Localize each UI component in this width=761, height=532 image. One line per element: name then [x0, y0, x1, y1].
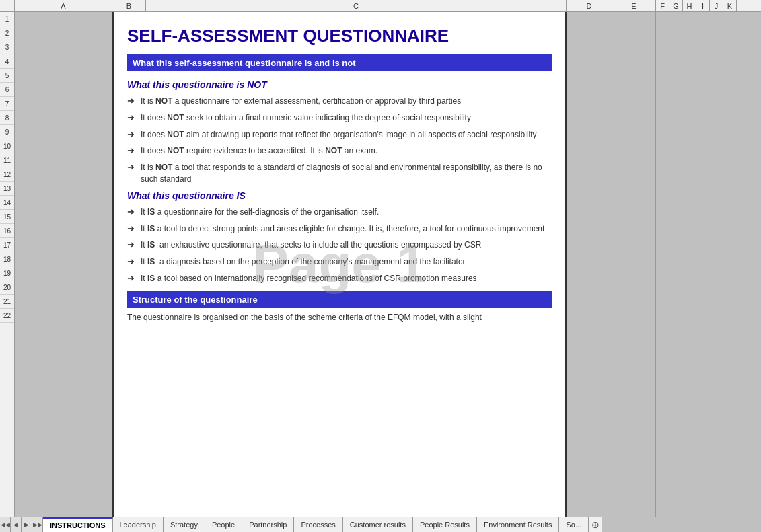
section1-header: What this self-assessment questionnaire … — [127, 54, 552, 71]
col-e-gray — [612, 12, 656, 517]
tab-bar: ◀◀ ◀ ▶ ▶▶ INSTRUCTIONS Leadership Strate… — [0, 517, 761, 532]
bullet-not-2-text: It does NOT seek to obtain a final numer… — [141, 112, 552, 124]
bullet-is-2-text: It IS a tool to detect strong points and… — [141, 223, 552, 235]
section2-header: Structure of the questionnaire — [127, 291, 552, 308]
section2-text: The questionnaire is organised on the ba… — [127, 312, 552, 324]
arrow-icon-3: ➜ — [127, 129, 137, 139]
arrow-icon-6: ➜ — [127, 206, 137, 217]
arrow-icon-9: ➜ — [127, 256, 137, 266]
subtitle-not: What this questionnaire is NOT — [127, 79, 552, 90]
tab-nav-prev[interactable]: ◀ — [11, 517, 22, 532]
row-num-7: 7 — [0, 97, 14, 111]
tab-nav-first[interactable]: ◀◀ — [0, 517, 11, 532]
row-num-9: 9 — [0, 125, 14, 139]
tab-spacer — [602, 517, 761, 532]
document-title: SELF-ASSESSMENT QUESTIONNAIRE — [127, 26, 552, 46]
bullet-not-3: ➜ It does NOT aim at drawing up reports … — [127, 129, 552, 141]
bullet-is-3: ➜ It IS an exhaustive questionnaire, tha… — [127, 239, 552, 251]
tab-environment-results[interactable]: Environment Results — [477, 517, 560, 532]
arrow-icon-8: ➜ — [127, 239, 137, 250]
arrow-icon-4: ➜ — [127, 145, 137, 155]
col-header-c: C — [146, 0, 567, 11]
bullet-is-3-text: It IS an exhaustive questionnaire, that … — [141, 239, 552, 251]
col-header-i: I — [696, 0, 710, 11]
right-gray-columns — [567, 12, 761, 517]
row-num-13: 13 — [0, 182, 14, 196]
col-header-e: E — [612, 0, 656, 11]
tab-people-results[interactable]: People Results — [413, 517, 477, 532]
row-num-21: 21 — [0, 295, 14, 309]
bullet-not-4: ➜ It does NOT require evidence to be acc… — [127, 145, 552, 157]
spreadsheet-wrapper: A B C D E F G H I J K 1 2 3 4 5 6 7 8 9 … — [0, 0, 761, 532]
arrow-icon-7: ➜ — [127, 223, 137, 233]
tab-instructions[interactable]: INSTRUCTIONS — [43, 517, 113, 532]
grid-area: Page 1 SELF-ASSESSMENT QUESTIONNAIRE Wha… — [15, 12, 761, 517]
main-area: 1 2 3 4 5 6 7 8 9 10 11 12 13 14 15 16 1… — [0, 12, 761, 517]
row-num-6: 6 — [0, 83, 14, 97]
bullet-not-5: ➜ It is NOT a tool that responds to a st… — [127, 162, 552, 185]
document-page: Page 1 SELF-ASSESSMENT QUESTIONNAIRE Wha… — [112, 12, 567, 517]
bullet-is-5: ➜ It IS a tool based on internationally … — [127, 273, 552, 284]
row-num-4: 4 — [0, 54, 14, 69]
bullet-not-1: ➜ It is NOT a questionnaire for external… — [127, 96, 552, 107]
row-num-1: 1 — [0, 12, 14, 26]
bullet-is-1: ➜ It IS a questionnaire for the self-dia… — [127, 206, 552, 218]
row-num-8: 8 — [0, 111, 14, 125]
arrow-icon-5: ➜ — [127, 162, 137, 172]
tab-nav-last[interactable]: ▶▶ — [32, 517, 43, 532]
tab-people[interactable]: People — [205, 517, 242, 532]
tab-leadership[interactable]: Leadership — [113, 517, 164, 532]
tab-add-button[interactable]: ⊕ — [589, 517, 602, 532]
col-header-a: A — [15, 0, 112, 11]
tab-nav-next[interactable]: ▶ — [22, 517, 32, 532]
tab-strategy[interactable]: Strategy — [164, 517, 205, 532]
header-corner — [0, 0, 15, 11]
row-num-3: 3 — [0, 40, 14, 54]
row-num-16: 16 — [0, 224, 14, 238]
row-num-12: 12 — [0, 167, 14, 182]
row-num-15: 15 — [0, 210, 14, 224]
bullet-is-4-text: It IS a diagnosis based on the perceptio… — [141, 256, 552, 268]
tab-customer-results[interactable]: Customer results — [343, 517, 413, 532]
col-header-k: K — [723, 0, 737, 11]
arrow-icon-1: ➜ — [127, 96, 137, 106]
row-num-17: 17 — [0, 238, 14, 252]
col-header-d: D — [567, 0, 612, 11]
col-header-g: G — [669, 0, 683, 11]
subtitle-is: What this questionnaire IS — [127, 190, 552, 201]
column-header-bar: A B C D E F G H I J K — [0, 0, 761, 12]
col-header-h: H — [683, 0, 696, 11]
row-numbers: 1 2 3 4 5 6 7 8 9 10 11 12 13 14 15 16 1… — [0, 12, 15, 517]
bullet-not-4-text: It does NOT require evidence to be accre… — [141, 145, 552, 157]
bullet-not-2: ➜ It does NOT seek to obtain a final num… — [127, 112, 552, 124]
bullet-is-5-text: It IS a tool based on internationally re… — [141, 273, 552, 284]
row-num-11: 11 — [0, 153, 14, 167]
bullet-is-2: ➜ It IS a tool to detect strong points a… — [127, 223, 552, 235]
arrow-icon-10: ➜ — [127, 273, 137, 283]
tab-processes[interactable]: Processes — [294, 517, 342, 532]
arrow-icon-2: ➜ — [127, 112, 137, 122]
row-num-19: 19 — [0, 266, 14, 280]
row-num-20: 20 — [0, 280, 14, 295]
row-num-14: 14 — [0, 196, 14, 210]
bullet-not-1-text: It is NOT a questionnaire for external a… — [141, 96, 552, 107]
col-fg-gray — [656, 12, 761, 517]
col-a-gray — [15, 12, 112, 517]
bullet-is-4: ➜ It IS a diagnosis based on the percept… — [127, 256, 552, 268]
bullet-not-5-text: It is NOT a tool that responds to a stan… — [141, 162, 552, 185]
col-header-j: J — [710, 0, 723, 11]
row-num-2: 2 — [0, 26, 14, 40]
bullet-not-3-text: It does NOT aim at drawing up reports th… — [141, 129, 552, 141]
tab-partnership[interactable]: Partnership — [242, 517, 294, 532]
row-num-5: 5 — [0, 69, 14, 83]
row-num-22: 22 — [0, 309, 14, 323]
row-num-10: 10 — [0, 139, 14, 153]
tab-so[interactable]: So... — [559, 517, 589, 532]
row-num-18: 18 — [0, 252, 14, 266]
col-header-f: F — [656, 0, 669, 11]
bullet-is-1-text: It IS a questionnaire for the self-diagn… — [141, 206, 552, 218]
col-header-b: B — [112, 0, 146, 11]
col-d-gray — [567, 12, 612, 517]
